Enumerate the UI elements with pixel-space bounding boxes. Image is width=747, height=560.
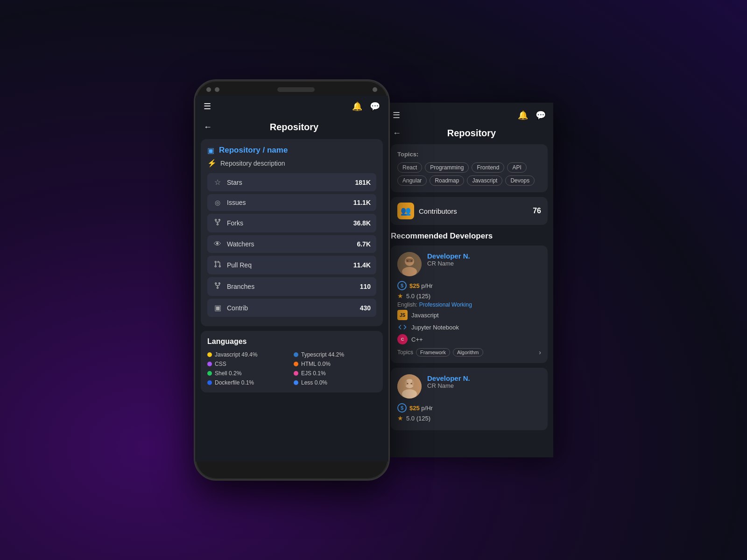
phone-screen: ☰ 🔔 💬 ← Repository ▣ Repository / name <box>195 96 388 462</box>
lang-css: CSS <box>207 361 290 367</box>
stat-forks[interactable]: Forks 36.8K <box>207 214 376 232</box>
repo-icon: ▣ <box>207 146 214 155</box>
dev-1-rating-row: ★ 5.0 (125) <box>397 292 541 300</box>
topic-roadmap[interactable]: Roadmap <box>430 175 464 186</box>
dev-2-price: $25 <box>409 405 420 412</box>
contributors-row[interactable]: 👥 Contributors 76 <box>391 197 548 225</box>
panel-hamburger-icon[interactable]: ☰ <box>393 110 400 120</box>
bell-icon[interactable]: 🔔 <box>352 101 362 112</box>
topic-programming[interactable]: Programming <box>425 162 469 173</box>
dev-1-rating: 5.0 (125) <box>406 293 430 300</box>
lang-name-ejs: EJS 0.1% <box>301 370 326 377</box>
phone-scroll[interactable]: ▣ Repository / name ⚡ Repository descrip… <box>195 139 388 462</box>
topics-label: Topics: <box>397 151 541 158</box>
hamburger-icon[interactable]: ☰ <box>204 101 211 112</box>
topic-devops[interactable]: Devops <box>505 175 535 186</box>
dev-2-info: Developer N. CR Name <box>427 374 541 389</box>
lang-dockerfile: Dockerfile 0.1% <box>207 379 290 386</box>
stat-branches-label: Branches <box>227 283 254 290</box>
topic-javascript[interactable]: Javascript <box>467 175 502 186</box>
pullreq-icon <box>213 260 222 270</box>
panel-bell-icon[interactable]: 🔔 <box>518 110 528 120</box>
stat-stars[interactable]: ☆ Stars 181K <box>207 173 376 191</box>
dev-2-rate: $25 p/Hr <box>409 405 433 412</box>
phone-header: ☰ 🔔 💬 <box>195 96 388 117</box>
header-icons: 🔔 💬 <box>352 101 380 112</box>
contributors-count: 76 <box>533 207 541 215</box>
contributors-icon-box: 👥 <box>397 203 414 219</box>
panel-scroll[interactable]: Topics: React Programming Frontend API A… <box>385 144 553 457</box>
dev-2-name: Developer N. <box>427 374 541 382</box>
phone-dot-2 <box>215 87 219 92</box>
dev-2-rate-row: $ $25 p/Hr <box>397 403 541 413</box>
dev-1-topic-framework[interactable]: Framework <box>416 348 450 357</box>
stat-pullreq-value: 11.4K <box>353 261 371 269</box>
languages-title: Languages <box>207 337 376 346</box>
dev-1-reviews: (125) <box>416 293 430 300</box>
lang-ejs: EJS 0.1% <box>294 370 376 377</box>
dev-1-lang-label: English: <box>397 301 417 308</box>
lang-dot-css <box>207 362 212 366</box>
dev-2-header: Developer N. CR Name <box>397 374 541 399</box>
stat-issues-value: 11.1K <box>353 199 371 206</box>
stat-forks-value: 36.8K <box>353 219 371 227</box>
back-arrow[interactable]: ← <box>204 122 212 132</box>
phone-title-bar: ← Repository <box>195 117 388 139</box>
topics-chevron-right-1[interactable]: › <box>539 349 541 356</box>
svg-point-8 <box>402 389 417 399</box>
dev-1-rate: $25 p/Hr <box>409 282 433 289</box>
stat-watchers[interactable]: 👁 Watchers 6.7K <box>207 235 376 253</box>
dev-1-skill-js: JS Javascript <box>397 310 541 320</box>
dev-1-rating-value: 5.0 <box>406 293 415 300</box>
dev-1-topic-algorithm[interactable]: Algorithm <box>453 348 483 357</box>
dev-2-rating-row: ★ 5.0 (125) <box>397 414 541 422</box>
topics-grid: React Programming Frontend API Angular R… <box>397 162 541 186</box>
notebook-icon <box>397 322 408 332</box>
dev-1-price: $25 <box>409 282 420 289</box>
stat-branches-left: Branches <box>213 282 254 291</box>
panel-chat-icon[interactable]: 💬 <box>536 110 546 120</box>
stat-contrib-left: ▣ Contrib <box>213 303 248 312</box>
dollar-icon-2: $ <box>397 403 407 413</box>
contributors-label: Contributors <box>419 207 457 215</box>
lang-name-js: Javascript 49.4% <box>215 351 257 358</box>
dev-1-skill-cpp: C C++ <box>397 334 541 344</box>
cpp-icon: C <box>397 334 408 344</box>
repo-name: Repository / name <box>219 146 288 155</box>
panel-header: ☰ 🔔 💬 <box>385 103 553 124</box>
repo-desc-row: ⚡ Repository description <box>207 159 376 168</box>
stat-issues[interactable]: ◎ Issues 11.1K <box>207 194 376 211</box>
dev-1-skill-cpp-name: C++ <box>411 336 423 343</box>
topic-react[interactable]: React <box>397 162 422 173</box>
dev-1-topics-row: Topics Framework Algorithm › <box>397 348 541 357</box>
stat-pullreq-label: Pull Req <box>227 261 252 269</box>
dev-2-rating-value: 5.0 <box>406 415 415 422</box>
phone-camera <box>373 87 377 92</box>
stat-pullreq[interactable]: Pull Req 11.4K <box>207 256 376 274</box>
panel-header-icons: 🔔 💬 <box>518 110 546 120</box>
recommended-title: Recommended Developers <box>385 231 553 245</box>
chat-icon[interactable]: 💬 <box>370 101 380 112</box>
stat-branches[interactable]: Branches 110 <box>207 277 376 296</box>
dev-1-info: Developer N. CR Name <box>427 252 541 267</box>
dev-2-reviews: (125) <box>416 415 430 422</box>
topic-angular[interactable]: Angular <box>397 175 427 186</box>
lang-name-less: Less 0.0% <box>301 379 327 386</box>
languages-grid: Javascript 49.4% Typescript 44.2% CSS <box>207 351 376 386</box>
lang-name-ts: Typescript 44.2% <box>301 351 344 358</box>
lang-dot-less <box>294 380 298 385</box>
dev-2-rating: 5.0 (125) <box>406 415 430 422</box>
dev-2-rate-suffix: p/Hr <box>421 405 433 412</box>
lang-dot-docker <box>207 380 212 385</box>
stat-contrib[interactable]: ▣ Contrib 430 <box>207 299 376 317</box>
topic-frontend[interactable]: Frontend <box>472 162 504 173</box>
lang-less: Less 0.0% <box>294 379 376 386</box>
svg-point-12 <box>411 383 412 385</box>
stat-forks-left: Forks <box>213 218 243 228</box>
star-icon-1: ★ <box>397 292 403 300</box>
panel-back-arrow[interactable]: ← <box>393 128 401 138</box>
lang-name-shell: Shell 0.2% <box>215 370 241 377</box>
repo-header: ▣ Repository / name <box>207 146 376 155</box>
dev-1-rate-suffix: p/Hr <box>421 282 433 289</box>
topic-api[interactable]: API <box>507 162 526 173</box>
